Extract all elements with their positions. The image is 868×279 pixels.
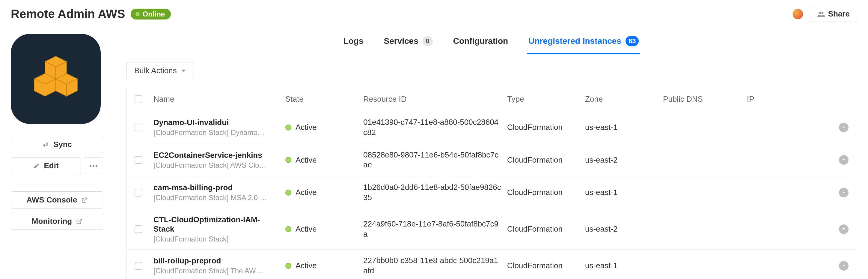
table-header: Name State Resource ID Type Zone Public … (126, 87, 856, 111)
row-name: cam-msa-billing-prod (153, 183, 279, 192)
more-button[interactable] (84, 157, 103, 174)
row-zone: us-east-1 (582, 255, 660, 276)
svg-line-15 (79, 219, 81, 222)
chevron-down-icon (842, 125, 846, 130)
row-sub: [CloudFormation Stack] AWS Clo… (153, 161, 279, 169)
col-type[interactable]: Type (504, 87, 582, 111)
expand-button[interactable] (839, 188, 848, 197)
tab-configuration[interactable]: Configuration (452, 28, 509, 54)
table-row[interactable]: EC2ContainerService-jenkins [CloudFormat… (126, 144, 856, 177)
row-state: Active (282, 117, 360, 138)
row-type: CloudFormation (504, 182, 582, 203)
row-name: bill-rollup-preprod (153, 256, 279, 266)
external-link-icon (82, 197, 88, 203)
external-link-icon (76, 218, 82, 224)
state-text: Active (296, 224, 317, 234)
state-dot-icon (285, 124, 291, 131)
col-zone[interactable]: Zone (582, 87, 660, 111)
select-all-checkbox[interactable] (134, 95, 143, 103)
row-sub: [CloudFormation Stack] MSA 2.0 … (153, 194, 279, 202)
row-public-dns (660, 154, 744, 166)
col-resource-id[interactable]: Resource ID (360, 87, 504, 111)
row-state: Active (282, 149, 360, 171)
instances-table: Name State Resource ID Type Zone Public … (126, 87, 856, 279)
row-checkbox[interactable] (134, 123, 143, 131)
state-dot-icon (285, 157, 291, 163)
row-zone: us-east-1 (582, 117, 660, 138)
tab-count: 0 (423, 36, 433, 46)
row-name: Dynamo-UI-invalidui (153, 118, 279, 127)
state-dot-icon (285, 226, 291, 232)
row-zone: us-east-1 (582, 182, 660, 203)
tab-label: Logs (343, 36, 364, 46)
row-ip (744, 260, 804, 272)
tabs: Logs Services 0 Configuration Unregister… (114, 28, 868, 54)
ellipsis-icon (89, 165, 98, 167)
row-resource-id: 08528e80-9807-11e6-b54e-50faf8bc7cae (360, 144, 504, 176)
chevron-down-icon (842, 191, 846, 195)
header: Remote Admin AWS Online Share (0, 0, 868, 28)
row-checkbox[interactable] (134, 189, 143, 196)
status-dot-icon (135, 12, 140, 16)
bulk-actions-button[interactable]: Bulk Actions (126, 62, 194, 79)
sync-button[interactable]: Sync (11, 136, 103, 153)
share-button[interactable]: Share (810, 6, 857, 22)
table-row[interactable]: Dynamo-UI-invalidui [CloudFormation Stac… (126, 111, 856, 144)
col-name[interactable]: Name (151, 87, 282, 111)
row-public-dns (660, 121, 744, 134)
row-checkbox[interactable] (134, 225, 143, 233)
sidebar: Sync Edit AWS Console Monitoring (0, 28, 114, 279)
row-type: CloudFormation (504, 149, 582, 171)
table-row[interactable]: CTL-CloudOptimization-IAM-Stack [CloudFo… (126, 209, 856, 250)
state-dot-icon (285, 263, 291, 269)
state-text: Active (296, 156, 317, 165)
tab-services[interactable]: Services 0 (382, 28, 434, 54)
share-label: Share (828, 9, 850, 19)
row-checkbox[interactable] (134, 262, 143, 270)
monitoring-label: Monitoring (32, 217, 72, 226)
row-state: Active (282, 218, 360, 240)
aws-console-button[interactable]: AWS Console (11, 191, 103, 208)
pencil-icon (33, 163, 39, 169)
tab-logs[interactable]: Logs (342, 28, 365, 54)
expand-button[interactable] (839, 123, 848, 132)
people-icon (817, 11, 825, 17)
col-state[interactable]: State (282, 87, 360, 111)
chevron-down-icon (842, 227, 846, 231)
expand-button[interactable] (839, 224, 848, 234)
row-zone: us-east-2 (582, 149, 660, 171)
svg-point-13 (96, 165, 97, 167)
tab-unregistered-instances[interactable]: Unregistered Instances 63 (527, 28, 640, 54)
svg-point-1 (821, 12, 823, 14)
expand-button[interactable] (839, 261, 848, 271)
row-checkbox[interactable] (134, 156, 143, 164)
state-dot-icon (285, 190, 291, 196)
chevron-down-icon (842, 158, 846, 162)
svg-point-0 (818, 12, 821, 14)
sync-icon (42, 141, 49, 148)
tab-label: Services (384, 36, 418, 46)
row-ip (744, 154, 804, 166)
avatar[interactable] (793, 9, 803, 20)
svg-point-12 (93, 165, 94, 167)
tab-label: Configuration (453, 36, 508, 46)
expand-button[interactable] (839, 155, 848, 165)
toolbar: Bulk Actions (114, 54, 868, 87)
content: Logs Services 0 Configuration Unregister… (114, 28, 868, 279)
col-public-dns[interactable]: Public DNS (660, 87, 744, 111)
edit-button[interactable]: Edit (11, 157, 81, 174)
state-text: Active (296, 188, 317, 197)
table-row[interactable]: cam-msa-billing-prod [CloudFormation Sta… (126, 176, 856, 209)
caret-down-icon (181, 69, 186, 72)
chevron-down-icon (842, 264, 846, 268)
col-ip[interactable]: IP (744, 87, 804, 111)
row-ip (744, 187, 804, 199)
row-resource-id: 1b26d0a0-2dd6-11e8-abd2-50fae9826c35 (360, 176, 504, 209)
svg-line-14 (84, 198, 87, 200)
row-ip (744, 121, 804, 134)
row-sub: [CloudFormation Stack] Dynamo… (153, 129, 279, 137)
row-name: EC2ContainerService-jenkins (153, 150, 279, 160)
monitoring-button[interactable]: Monitoring (11, 213, 103, 230)
table-row[interactable]: bill-rollup-preprod [CloudFormation Stac… (126, 250, 856, 279)
row-type: CloudFormation (504, 117, 582, 138)
